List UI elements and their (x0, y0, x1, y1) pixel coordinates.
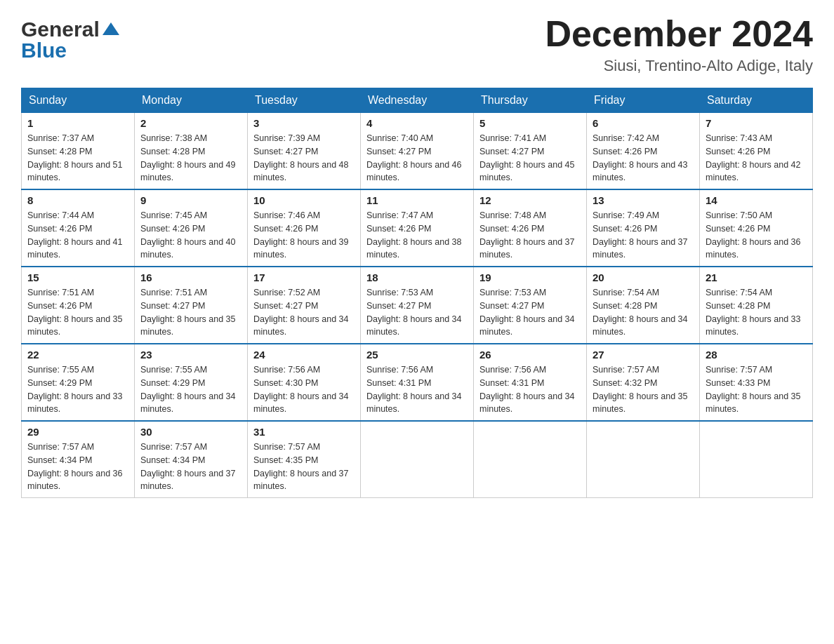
day-info: Sunrise: 7:47 AMSunset: 4:26 PMDaylight:… (366, 209, 468, 262)
day-number: 19 (479, 271, 581, 283)
svg-marker-0 (102, 22, 119, 35)
day-number: 27 (593, 349, 694, 361)
day-header-monday: Monday (135, 88, 248, 113)
day-number: 26 (479, 349, 581, 361)
day-number: 21 (706, 271, 807, 283)
day-number: 17 (253, 271, 355, 283)
day-info: Sunrise: 7:52 AMSunset: 4:27 PMDaylight:… (253, 286, 355, 339)
day-info: Sunrise: 7:55 AMSunset: 4:29 PMDaylight:… (140, 363, 241, 416)
day-number: 16 (140, 271, 241, 283)
logo-blue-text: Blue (21, 39, 67, 62)
day-number: 1 (27, 117, 128, 129)
calendar-table: SundayMondayTuesdayWednesdayThursdayFrid… (21, 88, 813, 498)
day-info: Sunrise: 7:41 AMSunset: 4:27 PMDaylight:… (479, 132, 581, 185)
day-info: Sunrise: 7:57 AMSunset: 4:32 PMDaylight:… (593, 363, 694, 416)
day-header-wednesday: Wednesday (361, 88, 474, 113)
calendar-cell: 19 Sunrise: 7:53 AMSunset: 4:27 PMDaylig… (474, 267, 587, 344)
calendar-cell (587, 421, 700, 498)
day-info: Sunrise: 7:54 AMSunset: 4:28 PMDaylight:… (706, 286, 807, 339)
day-info: Sunrise: 7:49 AMSunset: 4:26 PMDaylight:… (593, 209, 694, 262)
day-info: Sunrise: 7:46 AMSunset: 4:26 PMDaylight:… (253, 209, 355, 262)
calendar-cell: 15 Sunrise: 7:51 AMSunset: 4:26 PMDaylig… (22, 267, 135, 344)
day-info: Sunrise: 7:54 AMSunset: 4:28 PMDaylight:… (593, 286, 694, 339)
day-number: 15 (27, 271, 128, 283)
day-number: 24 (253, 349, 355, 361)
day-number: 22 (27, 349, 128, 361)
day-number: 2 (140, 117, 241, 129)
calendar-week-row: 1 Sunrise: 7:37 AMSunset: 4:28 PMDayligh… (22, 113, 813, 190)
day-number: 31 (253, 426, 355, 438)
calendar-cell: 27 Sunrise: 7:57 AMSunset: 4:32 PMDaylig… (587, 344, 700, 421)
day-number: 18 (366, 271, 468, 283)
day-header-sunday: Sunday (22, 88, 135, 113)
day-number: 9 (140, 194, 241, 206)
calendar-cell: 25 Sunrise: 7:56 AMSunset: 4:31 PMDaylig… (361, 344, 474, 421)
day-info: Sunrise: 7:56 AMSunset: 4:31 PMDaylight:… (479, 363, 581, 416)
calendar-week-row: 15 Sunrise: 7:51 AMSunset: 4:26 PMDaylig… (22, 267, 813, 344)
calendar-cell (361, 421, 474, 498)
calendar-cell: 22 Sunrise: 7:55 AMSunset: 4:29 PMDaylig… (22, 344, 135, 421)
calendar-week-row: 8 Sunrise: 7:44 AMSunset: 4:26 PMDayligh… (22, 189, 813, 267)
day-number: 28 (706, 349, 807, 361)
calendar-week-row: 22 Sunrise: 7:55 AMSunset: 4:29 PMDaylig… (22, 344, 813, 421)
calendar-week-row: 29 Sunrise: 7:57 AMSunset: 4:34 PMDaylig… (22, 421, 813, 498)
day-number: 4 (366, 117, 468, 129)
day-info: Sunrise: 7:43 AMSunset: 4:26 PMDaylight:… (706, 132, 807, 185)
calendar-cell: 17 Sunrise: 7:52 AMSunset: 4:27 PMDaylig… (248, 267, 361, 344)
calendar-cell: 31 Sunrise: 7:57 AMSunset: 4:35 PMDaylig… (248, 421, 361, 498)
day-number: 11 (366, 194, 468, 206)
day-number: 7 (706, 117, 807, 129)
day-number: 29 (27, 426, 128, 438)
title-block: December 2024 Siusi, Trentino-Alto Adige… (545, 14, 813, 75)
calendar-cell: 28 Sunrise: 7:57 AMSunset: 4:33 PMDaylig… (700, 344, 813, 421)
day-info: Sunrise: 7:56 AMSunset: 4:31 PMDaylight:… (366, 363, 468, 416)
calendar-cell: 9 Sunrise: 7:45 AMSunset: 4:26 PMDayligh… (135, 189, 248, 267)
day-info: Sunrise: 7:45 AMSunset: 4:26 PMDaylight:… (140, 209, 241, 262)
day-info: Sunrise: 7:51 AMSunset: 4:27 PMDaylight:… (140, 286, 241, 339)
calendar-cell: 20 Sunrise: 7:54 AMSunset: 4:28 PMDaylig… (587, 267, 700, 344)
day-info: Sunrise: 7:51 AMSunset: 4:26 PMDaylight:… (27, 286, 128, 339)
day-info: Sunrise: 7:37 AMSunset: 4:28 PMDaylight:… (27, 132, 128, 185)
calendar-cell: 10 Sunrise: 7:46 AMSunset: 4:26 PMDaylig… (248, 189, 361, 267)
calendar-cell: 16 Sunrise: 7:51 AMSunset: 4:27 PMDaylig… (135, 267, 248, 344)
logo-arrow-icon (101, 20, 121, 39)
calendar-cell: 2 Sunrise: 7:38 AMSunset: 4:28 PMDayligh… (135, 113, 248, 190)
calendar-cell: 12 Sunrise: 7:48 AMSunset: 4:26 PMDaylig… (474, 189, 587, 267)
day-info: Sunrise: 7:57 AMSunset: 4:33 PMDaylight:… (706, 363, 807, 416)
calendar-cell: 29 Sunrise: 7:57 AMSunset: 4:34 PMDaylig… (22, 421, 135, 498)
day-info: Sunrise: 7:48 AMSunset: 4:26 PMDaylight:… (479, 209, 581, 262)
logo-general-text: General (21, 18, 100, 41)
day-header-friday: Friday (587, 88, 700, 113)
day-info: Sunrise: 7:44 AMSunset: 4:26 PMDaylight:… (27, 209, 128, 262)
calendar-cell: 18 Sunrise: 7:53 AMSunset: 4:27 PMDaylig… (361, 267, 474, 344)
day-info: Sunrise: 7:53 AMSunset: 4:27 PMDaylight:… (479, 286, 581, 339)
day-number: 23 (140, 349, 241, 361)
day-number: 3 (253, 117, 355, 129)
calendar-cell: 3 Sunrise: 7:39 AMSunset: 4:27 PMDayligh… (248, 113, 361, 190)
day-header-tuesday: Tuesday (248, 88, 361, 113)
calendar-cell: 23 Sunrise: 7:55 AMSunset: 4:29 PMDaylig… (135, 344, 248, 421)
calendar-cell: 8 Sunrise: 7:44 AMSunset: 4:26 PMDayligh… (22, 189, 135, 267)
day-info: Sunrise: 7:57 AMSunset: 4:34 PMDaylight:… (140, 441, 241, 493)
calendar-cell: 14 Sunrise: 7:50 AMSunset: 4:26 PMDaylig… (700, 189, 813, 267)
day-info: Sunrise: 7:40 AMSunset: 4:27 PMDaylight:… (366, 132, 468, 185)
day-number: 12 (479, 194, 581, 206)
calendar-cell: 5 Sunrise: 7:41 AMSunset: 4:27 PMDayligh… (474, 113, 587, 190)
day-info: Sunrise: 7:39 AMSunset: 4:27 PMDaylight:… (253, 132, 355, 185)
day-number: 13 (593, 194, 694, 206)
day-number: 14 (706, 194, 807, 206)
calendar-cell: 26 Sunrise: 7:56 AMSunset: 4:31 PMDaylig… (474, 344, 587, 421)
day-header-saturday: Saturday (700, 88, 813, 113)
day-number: 10 (253, 194, 355, 206)
month-title: December 2024 (545, 14, 813, 54)
day-info: Sunrise: 7:50 AMSunset: 4:26 PMDaylight:… (706, 209, 807, 262)
location-title: Siusi, Trentino-Alto Adige, Italy (545, 57, 813, 75)
day-number: 20 (593, 271, 694, 283)
page-header: General Blue December 2024 Siusi, Trenti… (21, 14, 813, 75)
logo: General Blue (21, 14, 121, 62)
day-info: Sunrise: 7:56 AMSunset: 4:30 PMDaylight:… (253, 363, 355, 416)
day-info: Sunrise: 7:55 AMSunset: 4:29 PMDaylight:… (27, 363, 128, 416)
calendar-cell (474, 421, 587, 498)
calendar-cell: 7 Sunrise: 7:43 AMSunset: 4:26 PMDayligh… (700, 113, 813, 190)
day-number: 5 (479, 117, 581, 129)
